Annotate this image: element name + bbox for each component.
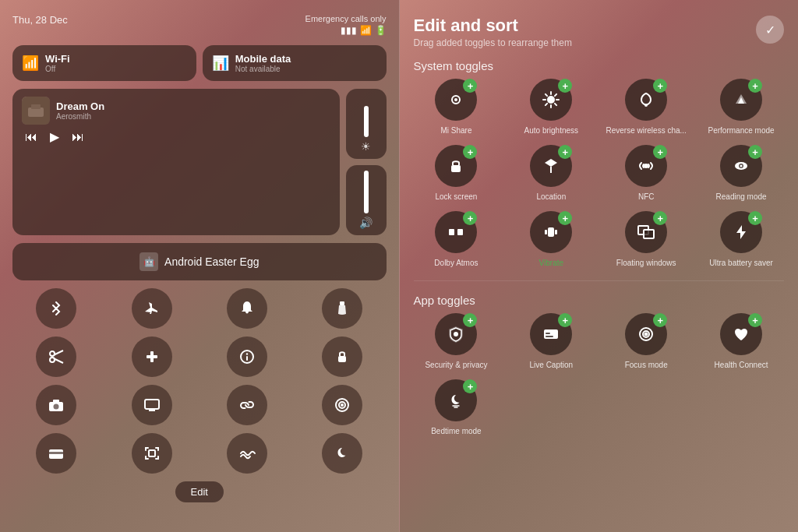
- target-button[interactable]: [322, 385, 362, 425]
- moon-button[interactable]: [322, 433, 362, 474]
- toggle-floating-windows[interactable]: + Floating windows: [603, 211, 689, 268]
- right-content: Edit and sort Drag added toggles to rear…: [400, 0, 799, 532]
- location-circle: +: [530, 145, 572, 187]
- toggle-health-connect[interactable]: + Health Connect: [698, 313, 784, 370]
- svg-rect-39: [449, 229, 454, 235]
- live-caption-label: Live Caption: [530, 360, 574, 370]
- volume-icon: 🔊: [359, 217, 373, 229]
- reading-mode-label: Reading mode: [716, 192, 767, 202]
- toggle-bedtime-mode[interactable]: + Bedtime mode: [414, 379, 500, 436]
- toggle-auto-brightness[interactable]: + Auto brightness: [508, 79, 594, 136]
- android-easter-egg-button[interactable]: 🤖 Android Easter Egg: [12, 243, 387, 280]
- wifi-tile-icon: 📶: [22, 55, 39, 72]
- screen-button[interactable]: [132, 385, 172, 425]
- lock-screen-label: Lock screen: [435, 192, 477, 202]
- edit-title-block: Edit and sort Drag added toggles to rear…: [414, 16, 572, 48]
- bedtime-mode-circle: +: [435, 379, 477, 421]
- toggle-dolby-atmos[interactable]: + Dolby Atmos: [414, 211, 500, 268]
- next-button[interactable]: ⏭: [72, 130, 84, 144]
- svg-rect-20: [49, 452, 63, 454]
- performance-add-icon: +: [748, 79, 762, 93]
- mobile-tile-icon: 📊: [212, 55, 229, 72]
- nfc-add-icon: +: [653, 145, 667, 159]
- focus-mode-label: Focus mode: [625, 360, 668, 370]
- toggle-ultra-battery[interactable]: + Ultra battery saver: [698, 211, 784, 268]
- prev-button[interactable]: ⏮: [25, 130, 37, 144]
- link-button[interactable]: [227, 385, 267, 425]
- sliders-col: ☀ 🔊: [346, 89, 387, 235]
- reading-mode-add-icon: +: [748, 145, 762, 159]
- svg-rect-7: [147, 355, 157, 358]
- toggle-mi-share[interactable]: + Mi Share: [414, 79, 500, 136]
- svg-rect-3: [340, 301, 344, 305]
- svg-point-5: [50, 358, 55, 362]
- toggle-vibrate[interactable]: + Vibrate: [508, 211, 594, 268]
- left-panel: Thu, 28 Dec Emergency calls only ▮▮▮ 📶 🔋…: [0, 0, 400, 532]
- toggle-live-caption[interactable]: + Live Caption: [508, 313, 594, 370]
- lock-screen-circle: +: [435, 145, 477, 187]
- android-egg-label: Android Easter Egg: [164, 255, 259, 268]
- airplane-button[interactable]: [132, 288, 172, 329]
- app-toggle-grid: + Security & privacy + Live Caption: [414, 313, 785, 436]
- wifi-tile[interactable]: 📶 Wi-Fi Off: [12, 45, 196, 81]
- camera-button[interactable]: [36, 385, 76, 425]
- card-button[interactable]: [36, 433, 76, 474]
- performance-mode-circle: +: [720, 79, 762, 121]
- toggle-focus-mode[interactable]: + Focus mode: [603, 313, 689, 370]
- svg-line-32: [546, 104, 547, 105]
- date-display: Thu, 28 Dec: [12, 14, 68, 26]
- svg-point-10: [246, 353, 248, 354]
- android-icon: 🤖: [139, 252, 158, 271]
- svg-rect-42: [545, 230, 547, 234]
- toggle-security-privacy[interactable]: + Security & privacy: [414, 313, 500, 370]
- toggle-location[interactable]: + Location: [508, 145, 594, 202]
- wifi-status-icon: 📶: [360, 25, 372, 36]
- system-toggles-title: System toggles: [414, 59, 785, 72]
- volume-slider[interactable]: 🔊: [346, 165, 387, 235]
- mobile-tile-info: Mobile data Not available: [235, 53, 291, 73]
- right-panel: Edit and sort Drag added toggles to rear…: [400, 0, 799, 532]
- floating-windows-label: Floating windows: [616, 258, 676, 268]
- svg-point-24: [547, 96, 555, 104]
- flashlight-button[interactable]: [322, 288, 362, 329]
- play-button[interactable]: ▶: [50, 129, 59, 144]
- bedtime-mode-label: Bedtime mode: [431, 426, 481, 436]
- svg-point-52: [645, 333, 648, 336]
- focus-mode-circle: +: [625, 313, 667, 355]
- toggle-performance-mode[interactable]: + Performance mode: [698, 79, 784, 136]
- live-caption-circle: +: [530, 313, 572, 355]
- toggle-reading-mode[interactable]: + Reading mode: [698, 145, 784, 202]
- edit-button[interactable]: Edit: [175, 481, 224, 502]
- mobile-tile[interactable]: 📊 Mobile data Not available: [203, 45, 387, 81]
- confirm-button[interactable]: ✓: [756, 16, 784, 44]
- svg-rect-47: [544, 329, 558, 339]
- toggle-reverse-wireless[interactable]: + Reverse wireless cha...: [603, 79, 689, 136]
- scissors-button[interactable]: [36, 336, 76, 377]
- lock-button[interactable]: [322, 336, 362, 377]
- media-row: Dream On Aerosmith ⏮ ▶ ⏭ ☀: [12, 89, 387, 235]
- info-button[interactable]: [227, 336, 267, 377]
- ultra-battery-add-icon: +: [748, 211, 762, 225]
- toggle-lock-screen[interactable]: + Lock screen: [414, 145, 500, 202]
- auto-brightness-label: Auto brightness: [524, 125, 579, 136]
- bluetooth-button[interactable]: [36, 288, 76, 329]
- svg-point-18: [341, 404, 343, 406]
- toggle-nfc[interactable]: + NFC: [603, 145, 689, 202]
- wave-button[interactable]: [227, 433, 267, 474]
- brightness-slider[interactable]: ☀: [346, 89, 387, 159]
- performance-mode-label: Performance mode: [708, 125, 775, 136]
- bell-button[interactable]: [227, 288, 267, 329]
- medical-button[interactable]: [132, 336, 172, 377]
- svg-point-35: [644, 164, 648, 167]
- svg-point-38: [740, 165, 743, 167]
- quick-tiles: 📶 Wi-Fi Off 📊 Mobile data Not available: [12, 45, 387, 81]
- scan-button[interactable]: [132, 433, 172, 474]
- bedtime-mode-add-icon: +: [463, 379, 477, 393]
- floating-windows-circle: +: [625, 211, 667, 253]
- wifi-sub: Off: [45, 65, 70, 73]
- focus-mode-add-icon: +: [653, 313, 667, 327]
- location-label: Location: [536, 192, 566, 202]
- mobile-title: Mobile data: [235, 53, 291, 65]
- app-toggles-section: App toggles + Security & privacy: [414, 294, 785, 436]
- edit-label: Edit: [191, 486, 208, 498]
